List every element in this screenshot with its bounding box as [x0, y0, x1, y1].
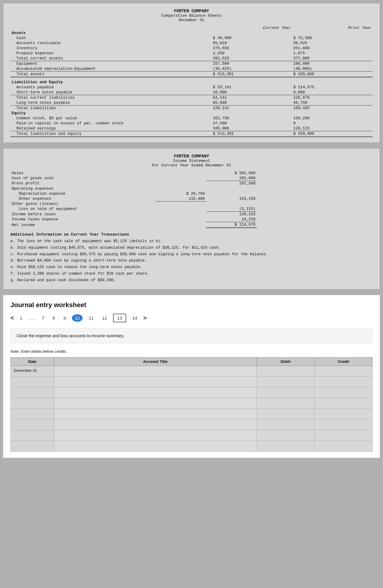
journal-account-title-cell[interactable] — [54, 441, 257, 452]
sales-row: Sales $ 582,500 — [10, 171, 373, 176]
journal-date-cell — [11, 387, 54, 398]
prev-button[interactable]: < — [10, 315, 14, 321]
additional-info-item: a. The loss on the cash sale of equipmen… — [10, 239, 373, 244]
journal-account-title-cell[interactable] — [54, 420, 257, 430]
depreciation-label: Depreciation expense — [10, 191, 155, 196]
income-before-taxes-row: Income before taxes 139,225 — [10, 212, 373, 217]
journal-account-title-cell[interactable] — [54, 387, 257, 398]
journal-date-cell — [11, 409, 54, 420]
depreciation-value: $ 20,750 — [155, 191, 206, 196]
common-stock-label: Common stock, $5 par value — [10, 116, 211, 121]
journal-date-cell — [11, 377, 54, 387]
journal-credit-cell[interactable] — [314, 387, 372, 398]
sales-value: $ 582,500 — [206, 171, 257, 176]
page-9[interactable]: 9 — [61, 314, 68, 322]
ltnp-row: Long-term notes payable 65,000 48,750 — [10, 100, 373, 106]
ap-prior: $ 114,675 — [292, 85, 373, 90]
journal-credit-cell[interactable] — [314, 377, 372, 387]
other-gains-label: Other gains (losses) — [10, 201, 155, 206]
journal-debit-cell[interactable] — [257, 387, 314, 398]
retained-prior: 120,125 — [292, 126, 373, 131]
assets-header: Assets — [10, 30, 211, 35]
total-current-liab-current: 63,141 — [211, 95, 292, 100]
journal-debit-cell[interactable] — [257, 420, 314, 430]
journal-account-title-cell[interactable] — [54, 430, 257, 441]
journal-debit-cell[interactable] — [257, 441, 314, 452]
total-liab-equity-current: $ 513,391 — [211, 131, 292, 137]
total-liab-label: Total liabilities — [10, 105, 211, 111]
next-button[interactable]: > — [143, 315, 147, 321]
inventory-prior: 251,800 — [292, 46, 373, 51]
bs-company-name: FORTEN COMPANY — [10, 9, 373, 13]
journal-credit-cell[interactable] — [314, 409, 372, 420]
additional-info-item: e. Paid $50,125 cash to reduce the long-… — [10, 264, 373, 270]
journal-debit-cell[interactable] — [257, 409, 314, 420]
journal-table-header: Date Account Title Debit Credit — [11, 358, 373, 366]
journal-credit-cell[interactable] — [314, 420, 372, 430]
journal-date-cell — [11, 430, 54, 441]
journal-date-cell — [11, 398, 54, 409]
journal-credit-cell[interactable] — [314, 366, 372, 377]
cogs-value: 285,000 — [206, 176, 257, 181]
loss-sale-value: (5,125) — [206, 206, 257, 212]
equity-header-row: Equity — [10, 111, 373, 116]
stnp-prior: 6,000 — [292, 90, 373, 95]
page-11[interactable]: 11 — [86, 314, 96, 322]
journal-debit-cell[interactable] — [257, 366, 314, 377]
prepaid-current: 1,250 — [211, 51, 292, 56]
journal-table-row — [11, 441, 373, 452]
other-expenses-value: 132,400 — [155, 196, 206, 202]
ellipsis: .... — [28, 315, 36, 321]
journal-table: Date Account Title Debit Credit December… — [10, 357, 373, 452]
additional-info-items: a. The loss on the cash sale of equipmen… — [10, 239, 373, 283]
page-14[interactable]: 14 — [130, 314, 140, 322]
income-before-taxes-label: Income before taxes — [10, 212, 155, 217]
journal-table-row: December 31 — [11, 366, 373, 377]
is-title: Income Statement — [10, 159, 373, 163]
journal-credit-cell[interactable] — [314, 398, 372, 409]
journal-account-title-cell[interactable] — [54, 366, 257, 377]
additional-info-title: Additional Information on Current Year T… — [10, 232, 373, 237]
page-13-box[interactable]: 13 — [113, 314, 126, 322]
page-12[interactable]: 12 — [100, 314, 109, 322]
journal-account-title-cell[interactable] — [54, 377, 257, 387]
paid-in-label: Paid-in capital in excess of par, common… — [10, 121, 211, 126]
journal-account-title-cell[interactable] — [54, 409, 257, 420]
ltnp-current: 65,000 — [211, 100, 292, 106]
journal-debit-cell[interactable] — [257, 398, 314, 409]
page-1[interactable]: 1 — [18, 314, 25, 322]
journal-debit-cell[interactable] — [257, 377, 314, 387]
total-liab-equity-row: Total liabilities and equity $ 513,391 $… — [10, 131, 373, 137]
page-7[interactable]: 7 — [39, 314, 47, 322]
journal-account-title-cell[interactable] — [54, 398, 257, 409]
paid-in-current: 37,500 — [211, 121, 292, 126]
is-company-name: FORTEN COMPANY — [10, 154, 373, 159]
journal-date-cell — [11, 420, 54, 430]
ar-row: Accounts receivable 65,810 50,625 — [10, 41, 373, 46]
journal-date-cell: December 31 — [11, 366, 54, 377]
total-current-assets-current: 392,516 — [211, 56, 292, 61]
bs-subtitle: December 31 — [10, 18, 373, 22]
page-10-active[interactable]: 10 — [72, 314, 83, 322]
loss-sale-row: Loss on sale of equipment (5,125) — [10, 206, 373, 212]
accum-dep-row: Accumulated depreciation–Equipment (36,6… — [10, 66, 373, 72]
ar-current: 65,810 — [211, 41, 292, 46]
balance-sheet-table: Current Year Prior Year Assets Cash $ 49… — [10, 25, 373, 137]
assets-header-row: Assets — [10, 30, 373, 35]
accum-dep-prior: (46,000) — [292, 66, 373, 72]
total-liab-equity-prior: $ 439,800 — [292, 131, 373, 137]
journal-table-row — [11, 420, 373, 430]
total-current-liab-row: Total current liabilities 63,141 120,675 — [10, 95, 373, 100]
page-8[interactable]: 8 — [50, 314, 57, 322]
other-expenses-label: Other expenses — [10, 196, 155, 202]
equipment-row: Equipment 157,500 108,000 — [10, 61, 373, 66]
additional-info-item: d. Borrowed $4,000 cash by signing a sho… — [10, 258, 373, 264]
liabilities-equity-header: Liabilities and Equity — [10, 80, 211, 85]
journal-debit-cell[interactable] — [257, 430, 314, 441]
cash-prior: $ 73,500 — [292, 35, 373, 41]
balance-sheet-card: FORTEN COMPANY Comparative Balance Sheet… — [3, 3, 380, 143]
ar-prior: 50,625 — [292, 41, 373, 46]
journal-credit-cell[interactable] — [314, 430, 372, 441]
journal-credit-cell[interactable] — [314, 441, 372, 452]
ap-label: Accounts payable — [10, 85, 211, 90]
